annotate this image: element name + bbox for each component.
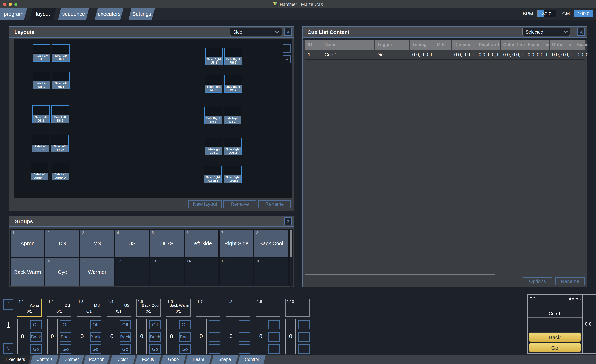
tab-layout[interactable]: layout (30, 8, 56, 20)
layout-zoom-in-button[interactable]: + (283, 44, 291, 53)
cue-column-header-timing[interactable]: Timing (410, 40, 434, 50)
layout-fixture-box[interactable]: Side LeftMS 2 (52, 72, 70, 89)
cue-stack-go-button[interactable]: Go (529, 343, 581, 352)
cue-table-row[interactable]: 1Cue 1Go0.0, 0.0, L0.0, 0.0, L0.0, 0.0, … (305, 50, 585, 59)
layout-fixture-box[interactable]: Side LeftMS 1 (33, 72, 50, 89)
group-cell-ds[interactable]: 2DS (45, 229, 79, 257)
layout-fixture-box[interactable]: Side LeftDDS 1 (32, 135, 49, 152)
layout-fixture-box[interactable]: Side LeftApron 1 (31, 163, 48, 180)
options-button[interactable]: Options (523, 277, 552, 285)
groups-panel-close-button[interactable]: X (284, 217, 292, 225)
cue-column-header-focustiming[interactable]: Focus Timing (525, 40, 549, 50)
tab-executers[interactable]: executers (95, 8, 124, 20)
tab-Settings[interactable]: Settings (128, 8, 155, 20)
cue-column-header-trigger[interactable]: Trigger (374, 40, 410, 50)
executor-off-button[interactable] (298, 320, 310, 329)
tab-sequence[interactable]: sequence (58, 8, 89, 20)
executor-fader-track[interactable]: 0 (196, 319, 206, 354)
layout-fixture-box[interactable]: Side LeftDDS 2 (51, 135, 68, 152)
executor-off-button[interactable]: Off (30, 320, 42, 329)
layout-fixture-box[interactable]: Side LeftUS 1 (33, 44, 50, 62)
tab-program[interactable]: program (0, 8, 27, 20)
cue-column-header-mib[interactable]: MIB (434, 40, 451, 50)
cue-column-header-positionti[interactable]: Position Ti... (476, 40, 500, 50)
executor-back-button[interactable] (268, 332, 280, 342)
executor-label-1.6[interactable]: 1.6Back Warm0/1 (166, 299, 191, 317)
layout-zoom-out-button[interactable]: − (283, 55, 291, 63)
rename-button[interactable]: Rename (555, 277, 585, 285)
executor-label-1.10[interactable]: 1.10 (285, 299, 310, 317)
executor-label-1.9[interactable]: 1.9 (255, 299, 280, 317)
cue-column-header-dimmerti[interactable]: Dimmer Ti... (451, 40, 476, 50)
cue-list-panel-close-button[interactable]: X (577, 28, 585, 36)
executor-go-button[interactable] (298, 344, 310, 354)
executor-fader-track[interactable]: 0 (226, 319, 236, 354)
bottom-tab-shape[interactable]: Shape (211, 355, 238, 364)
group-cell[interactable]: 15 (220, 258, 253, 286)
executor-fader-track[interactable]: 0 (166, 319, 177, 354)
executor-back-button[interactable]: Back (179, 332, 191, 342)
group-cell-right-side[interactable]: 7Right Side (220, 229, 253, 257)
executor-off-button[interactable] (238, 320, 250, 329)
layout-selector-dropdown[interactable]: Side (230, 28, 282, 36)
executor-back-button[interactable]: Back (60, 332, 72, 342)
bottom-tab-beam[interactable]: Beam (185, 355, 212, 364)
cue-table-horizontal-scrollbar[interactable] (305, 274, 495, 275)
executor-label-1.4[interactable]: 1.4US0/1 (106, 299, 131, 317)
executor-go-button[interactable]: Go (30, 344, 42, 354)
executor-fader-track[interactable]: 0 (47, 319, 58, 354)
new-layout-button[interactable]: New layout (188, 200, 222, 208)
cue-column-header-beamti[interactable]: Beam Ti... (574, 40, 589, 50)
executor-go-button[interactable]: Go (60, 344, 72, 354)
executor-back-button[interactable] (209, 332, 220, 342)
remove-button[interactable]: Remove (223, 200, 256, 208)
executor-label-1.2[interactable]: 1.2DS0/1 (47, 299, 72, 317)
cue-list-selector-dropdown[interactable]: Selected (522, 28, 570, 36)
layout-fixture-box[interactable]: Side RightUS 1 (205, 48, 223, 65)
executor-fader-track[interactable]: 0 (77, 319, 87, 354)
group-cell[interactable]: 12 (115, 258, 149, 286)
group-cell-apron[interactable]: 1Apron (11, 229, 45, 257)
bottom-tab-color[interactable]: Color (110, 355, 136, 364)
cue-column-header-gobotiming[interactable]: Gobo Timing (549, 40, 574, 50)
cue-column-header-id[interactable]: ID (305, 40, 322, 50)
layout-fixture-box[interactable]: Side LeftApron 2 (52, 163, 69, 180)
layout-fixture-box[interactable]: Side LeftUS 2 (52, 44, 70, 62)
group-cell[interactable]: 16 (254, 258, 288, 286)
gm-field[interactable]: 100.0 (574, 10, 593, 17)
executor-fader-track[interactable]: 0 (17, 319, 28, 354)
layout-fixture-box[interactable]: Side RightDS 1 (204, 107, 222, 124)
executor-off-button[interactable]: Off (60, 320, 72, 329)
executor-off-button[interactable]: Off (119, 320, 131, 329)
layout-fixture-box[interactable]: Side LeftDS 1 (32, 105, 50, 123)
group-cell-cyc[interactable]: 10Cyc (45, 258, 79, 286)
executor-go-button[interactable]: Go (179, 344, 191, 354)
rename-button[interactable]: Rename (258, 200, 291, 208)
bottom-tab-dimmer[interactable]: Dimmer (58, 355, 84, 364)
executor-page-down-button[interactable]: v (3, 343, 13, 353)
bottom-tab-controls[interactable]: Controls (30, 355, 59, 364)
executor-back-button[interactable] (298, 332, 310, 342)
group-cell[interactable]: 14 (185, 258, 218, 286)
executor-off-button[interactable]: Off (179, 320, 191, 329)
executor-off-button[interactable]: Off (149, 320, 161, 329)
executor-back-button[interactable]: Back (90, 332, 101, 342)
bottom-tab-executers[interactable]: Executers (0, 355, 31, 364)
executor-go-button[interactable]: Go (90, 344, 101, 354)
group-cell-left-side[interactable]: 6Left Side (185, 229, 218, 257)
group-cell-back-cool[interactable]: 8Back Cool (254, 229, 288, 257)
layout-fixture-box[interactable]: Side RightUS 2 (224, 48, 242, 65)
executor-back-button[interactable]: Back (30, 332, 42, 342)
bottom-tab-control[interactable]: Control (238, 355, 266, 364)
layout-fixture-box[interactable]: Side RightDDS 1 (205, 138, 222, 155)
layout-fixture-box[interactable]: Side RightApron 1 (204, 166, 222, 183)
executor-label-1.7[interactable]: 1.7 (196, 299, 220, 317)
executor-back-button[interactable]: Back (119, 332, 131, 342)
cue-column-header-name[interactable]: Name (322, 40, 374, 50)
layout-fixture-box[interactable]: Side LeftDS 2 (51, 105, 69, 123)
cue-column-header-colortiming[interactable]: Color Timing (500, 40, 525, 50)
layout-fixture-box[interactable]: Side RightApron 2 (224, 166, 242, 183)
layout-fixture-box[interactable]: Side RightDS 2 (224, 107, 241, 124)
bottom-tab-position[interactable]: Position (83, 355, 110, 364)
group-cell-us[interactable]: 4US (115, 229, 149, 257)
